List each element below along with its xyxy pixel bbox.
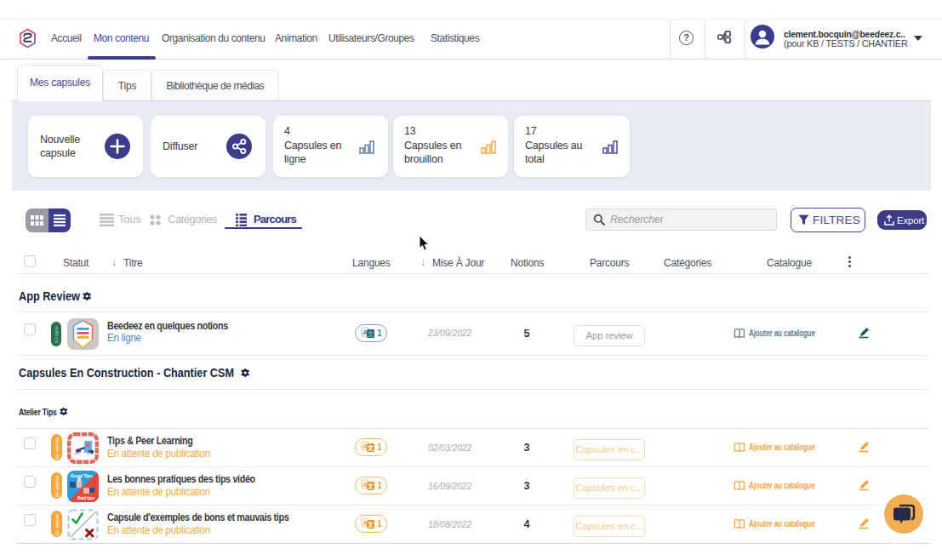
svg-text:Bad tips: Bad tips	[77, 495, 94, 500]
svg-text:1: 1	[377, 443, 382, 452]
svg-text:Good Tips: Good Tips	[71, 473, 92, 478]
svg-text:1: 1	[377, 329, 382, 338]
svg-text:文: 文	[367, 330, 374, 338]
svg-text:1: 1	[377, 519, 382, 529]
svg-text:文: 文	[367, 483, 374, 490]
svg-text:1: 1	[377, 481, 382, 490]
svg-text:文: 文	[367, 521, 374, 529]
svg-text:文: 文	[367, 444, 374, 452]
